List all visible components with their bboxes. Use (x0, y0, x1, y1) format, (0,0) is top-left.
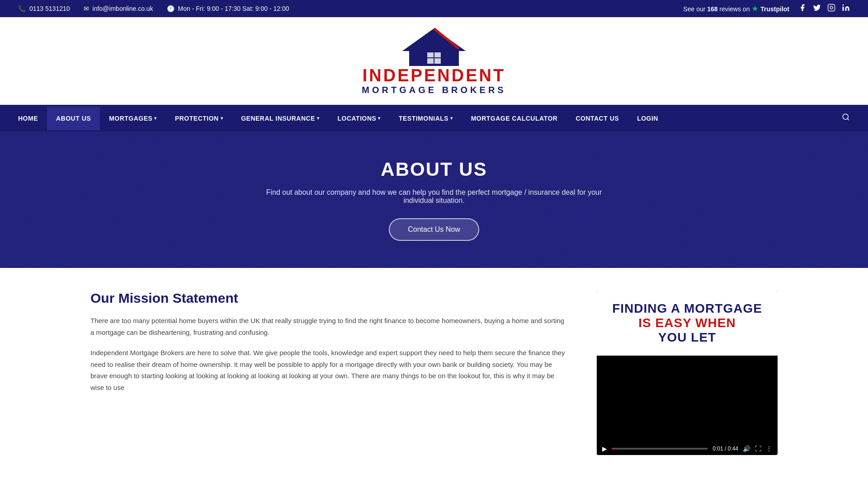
email-address[interactable]: info@imbonline.co.uk (93, 5, 153, 12)
trustpilot-suffix: reviews on (718, 5, 750, 13)
logo-text-independent: INDEPENDENT (363, 67, 505, 84)
mortgages-dropdown-icon: ▾ (154, 116, 157, 121)
nav-item-protection[interactable]: PROTECTION ▾ (166, 107, 232, 130)
trustpilot-brand[interactable]: Trustpilot (760, 5, 789, 13)
svg-point-10 (843, 114, 848, 119)
video-player[interactable]: ▶ 0:01 / 0:44 🔊 ⛶ ⋮ (597, 356, 778, 455)
logo-container[interactable]: INDEPENDENT MORTGAGE BROKERS (362, 26, 506, 96)
linkedin-icon[interactable] (842, 4, 850, 14)
video-time-current: 0:01 (712, 446, 723, 452)
main-nav: HOME ABOUT US MORTGAGES ▾ PROTECTION ▾ G… (0, 105, 868, 131)
video-headline-line3: YOU LET (608, 330, 767, 345)
twitter-icon[interactable] (813, 4, 821, 14)
video-time-total: 0:44 (728, 446, 738, 452)
svg-line-11 (847, 118, 849, 120)
email-item: ✉ info@imbonline.co.uk (84, 5, 153, 12)
hours-text: Mon - Fri: 9:00 - 17:30 Sat: 9:00 - 12:0… (178, 5, 289, 12)
logo-house-svg (389, 26, 479, 67)
video-time: 0:01 / 0:44 (712, 446, 738, 452)
nav-item-about[interactable]: ABOUT US (47, 107, 100, 130)
mission-para-1: There are too many potential home buyers… (90, 315, 570, 338)
content-right: FINDING A MORTGAGE IS EASY WHEN YOU LET … (597, 291, 778, 455)
mission-para-2: Independent Mortgage Brokers are here to… (90, 347, 570, 393)
hero-subtitle: Find out about our company and how we ca… (253, 188, 615, 205)
top-bar-right: See our 168 reviews on ★ Trustpilot (683, 4, 850, 14)
mission-title: Our Mission Statement (90, 291, 570, 306)
testimonials-dropdown-icon: ▾ (450, 116, 453, 121)
clock-icon: 🕐 (167, 5, 175, 12)
svg-rect-0 (828, 5, 835, 11)
phone-icon: 📞 (18, 5, 26, 12)
nav-item-mortgages[interactable]: MORTGAGES ▾ (100, 107, 166, 130)
logo-area: INDEPENDENT MORTGAGE BROKERS (0, 17, 868, 105)
top-bar-left: 📞 0113 5131210 ✉ info@imbonline.co.uk 🕐 … (18, 5, 289, 12)
nav-item-locations[interactable]: LOCATIONS ▾ (329, 107, 390, 130)
protection-dropdown-icon: ▾ (221, 116, 223, 121)
video-headline-line2: IS EASY WHEN (608, 316, 767, 330)
facebook-icon[interactable] (798, 4, 807, 14)
video-progress-bar[interactable] (612, 448, 708, 450)
insurance-dropdown-icon: ▾ (317, 116, 320, 121)
video-text-area: FINDING A MORTGAGE IS EASY WHEN YOU LET (597, 291, 778, 356)
hours-item: 🕐 Mon - Fri: 9:00 - 17:30 Sat: 9:00 - 12… (167, 5, 289, 12)
play-button[interactable]: ▶ (602, 445, 607, 452)
content-left: Our Mission Statement There are too many… (90, 291, 570, 402)
trustpilot-star-icon: ★ (751, 4, 759, 13)
nav-item-calculator[interactable]: MORTGAGE CALCULATOR (462, 107, 567, 130)
hero-section: ABOUT US Find out about our company and … (0, 131, 868, 268)
nav-item-testimonials[interactable]: TESTIMONIALS ▾ (390, 107, 462, 130)
fullscreen-icon[interactable]: ⛶ (755, 445, 761, 452)
phone-number[interactable]: 0113 5131210 (29, 5, 70, 12)
social-icons (798, 4, 850, 14)
hero-content: ABOUT US Find out about our company and … (253, 159, 615, 241)
trustpilot-text: See our 168 reviews on ★ Trustpilot (683, 4, 789, 14)
top-bar: 📞 0113 5131210 ✉ info@imbonline.co.uk 🕐 … (0, 0, 868, 17)
video-headline-line1: FINDING A MORTGAGE (608, 301, 767, 316)
trustpilot-count: 168 (707, 5, 717, 13)
trustpilot-prefix: See our (683, 5, 707, 13)
volume-icon[interactable]: 🔊 (743, 445, 750, 452)
contact-us-now-button[interactable]: Contact Us Now (389, 218, 479, 241)
nav-item-contact[interactable]: CONTACT US (566, 107, 628, 130)
video-progress-fill (612, 448, 614, 450)
instagram-icon[interactable] (827, 4, 835, 14)
main-content: Our Mission Statement There are too many… (0, 268, 868, 478)
email-icon: ✉ (84, 5, 89, 12)
nav-item-login[interactable]: LOGIN (628, 107, 667, 130)
search-icon[interactable] (833, 105, 859, 131)
video-controls: ▶ 0:01 / 0:44 🔊 ⛶ ⋮ (597, 442, 778, 455)
locations-dropdown-icon: ▾ (378, 116, 381, 121)
video-container: FINDING A MORTGAGE IS EASY WHEN YOU LET … (597, 291, 778, 455)
more-options-icon[interactable]: ⋮ (766, 445, 772, 452)
nav-item-home[interactable]: HOME (9, 107, 47, 130)
phone-item: 📞 0113 5131210 (18, 5, 70, 12)
svg-point-2 (843, 5, 844, 6)
nav-item-insurance[interactable]: GENERAL INSURANCE ▾ (232, 107, 328, 130)
hero-title: ABOUT US (253, 159, 615, 180)
logo-text-brokers: MORTGAGE BROKERS (362, 84, 506, 96)
